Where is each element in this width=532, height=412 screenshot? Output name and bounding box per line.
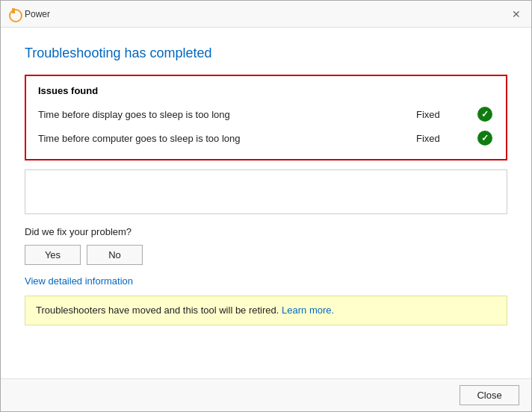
issue-fixed-icon-2: ✓: [476, 129, 494, 147]
power-icon: [8, 8, 20, 20]
issues-title: Issues found: [38, 85, 494, 96]
issue-description-1: Time before display goes to sleep is too…: [38, 109, 416, 120]
no-button[interactable]: No: [87, 245, 143, 265]
notice-box: Troubleshooters have moved and this tool…: [25, 296, 507, 325]
fix-question-label: Did we fix your problem?: [25, 226, 507, 237]
notice-learn-more-link[interactable]: Learn more.: [282, 305, 334, 316]
issue-row-1: Time before display goes to sleep is too…: [38, 102, 494, 126]
issue-row-2: Time before computer goes to sleep is to…: [38, 126, 494, 150]
issue-description-2: Time before computer goes to sleep is to…: [38, 133, 416, 144]
issue-status-2: Fixed: [416, 133, 476, 144]
page-title: Troubleshooting has completed: [25, 46, 507, 61]
title-bar-text: Power: [25, 9, 524, 19]
troubleshoot-dialog: Power ✕ Troubleshooting has completed Is…: [0, 0, 532, 412]
title-bar: Power ✕: [1, 1, 531, 28]
view-details-link[interactable]: View detailed information: [25, 275, 507, 287]
details-text-box: [25, 169, 507, 214]
close-button[interactable]: Close: [460, 385, 519, 405]
issue-status-1: Fixed: [416, 109, 476, 120]
footer: Close: [1, 378, 531, 411]
issue-fixed-icon-1: ✓: [476, 105, 494, 123]
notice-text: Troubleshooters have moved and this tool…: [36, 305, 279, 316]
main-content: Troubleshooting has completed Issues fou…: [1, 28, 531, 378]
issues-box: Issues found Time before display goes to…: [25, 75, 507, 160]
window-close-button[interactable]: ✕: [507, 5, 525, 23]
yes-button[interactable]: Yes: [25, 245, 81, 265]
fix-button-row: Yes No: [25, 245, 507, 265]
